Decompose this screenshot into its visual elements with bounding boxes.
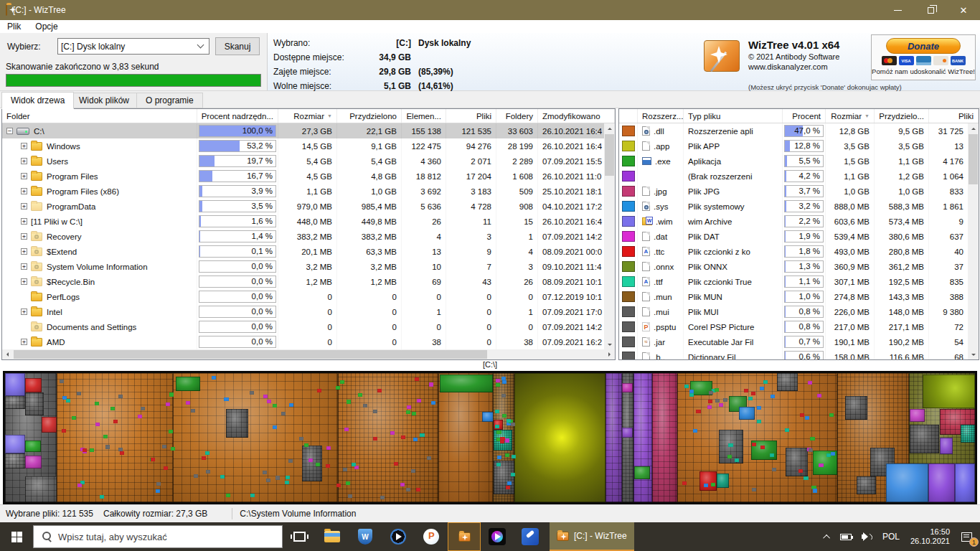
expand-icon[interactable]: + bbox=[21, 248, 27, 255]
tree-row[interactable]: +Program Files (x86)3,9 %1,1 GB1,0 GB3 6… bbox=[2, 184, 606, 199]
menu-plik[interactable]: Plik bbox=[0, 22, 28, 32]
col-ext-alloc[interactable]: Przydzielo... bbox=[875, 109, 929, 123]
ext-row[interactable]: .exeAplikacja5,5 %1,5 GB1,1 GB4 176 bbox=[619, 154, 969, 169]
col-ext[interactable]: Rozszerz... bbox=[638, 109, 684, 123]
tree-row[interactable]: +$Extend0,1 %20,1 MB63,3 MB139408.09.202… bbox=[2, 244, 606, 259]
ext-row[interactable]: .appPlik APP12,8 %3,5 GB3,5 GB13 bbox=[619, 138, 969, 154]
restore-button[interactable] bbox=[914, 0, 947, 20]
tree-row[interactable]: +Windows53,2 %14,5 GB9,1 GB122 47594 276… bbox=[2, 138, 606, 154]
drive-combobox[interactable]: [C:] Dysk lokalny bbox=[57, 38, 209, 55]
tree-row[interactable]: +System Volume Information0,0 %3,2 MB3,2… bbox=[2, 259, 606, 274]
col-folders[interactable]: Foldery bbox=[496, 109, 538, 123]
ext-row[interactable]: .jpgPlik JPG3,7 %1,0 GB1,0 GB833 bbox=[619, 184, 969, 199]
tab-o-programie[interactable]: O programie bbox=[136, 93, 203, 108]
tree-row[interactable]: +Program Files16,7 %4,5 GB4,8 GB18 81217… bbox=[2, 169, 606, 184]
taskbar-search-input[interactable]: Wpisz tutaj, aby wyszukać bbox=[33, 525, 283, 548]
col-modified[interactable]: Zmodyfikowano bbox=[538, 109, 615, 123]
tree-row[interactable]: PerfLogs0,0 %0000007.12.2019 10:1 bbox=[2, 289, 606, 304]
ext-row[interactable]: .wimwim Archive2,2 %603,6 MB573,4 MB9 bbox=[619, 214, 969, 229]
col-items[interactable]: Elemen... bbox=[402, 109, 446, 123]
expand-icon[interactable]: + bbox=[21, 203, 27, 209]
tree-vscroll-thumb[interactable] bbox=[605, 134, 614, 176]
expand-icon[interactable]: + bbox=[21, 143, 27, 149]
treemap-speck bbox=[760, 387, 764, 390]
corel-app-button[interactable] bbox=[415, 522, 448, 551]
website-link[interactable]: www.diskanalyzer.com bbox=[748, 62, 839, 71]
action-center-button[interactable]: 1 bbox=[956, 522, 977, 551]
treemap[interactable] bbox=[3, 371, 977, 504]
col-ext-size[interactable]: Rozmiar▼ bbox=[826, 109, 875, 123]
col-files[interactable]: Pliki bbox=[446, 109, 496, 123]
col-size[interactable]: Rozmiar▼ bbox=[278, 109, 337, 123]
ext-row[interactable]: (Brak rozszerzeni4,2 %1,1 GB1,2 GB1 064 bbox=[619, 169, 969, 184]
tree-row[interactable]: +ProgramData3,5 %979,0 MB985,4 MB5 6364 … bbox=[2, 199, 606, 214]
ext-row[interactable]: ≈.jarExecutable Jar Fil0,7 %190,1 MB190,… bbox=[619, 334, 969, 349]
ext-row[interactable]: A.ttcPlik czcionki z ko1,8 %493,0 MB280,… bbox=[619, 244, 969, 259]
tab-widok-drzewa[interactable]: Widok drzewa bbox=[1, 92, 74, 109]
tree-row[interactable]: +Intel0,0 %0010107.09.2021 17:0 bbox=[2, 304, 606, 319]
treemap-block bbox=[173, 373, 338, 502]
tree-vertical-scrollbar[interactable] bbox=[604, 123, 615, 349]
battery-icon[interactable] bbox=[840, 534, 852, 540]
ext-row[interactable]: .munPlik MUN1,0 %274,8 MB143,3 MB388 bbox=[619, 289, 969, 304]
wiztree-launcher-button[interactable] bbox=[448, 522, 481, 551]
col-percent[interactable]: Procent nadrzędn... bbox=[197, 109, 278, 123]
expand-icon[interactable]: + bbox=[21, 278, 27, 285]
wiztree-window-button[interactable]: [C:] - WizTree bbox=[550, 522, 634, 551]
expand-icon[interactable]: + bbox=[21, 218, 27, 225]
col-folder[interactable]: Folder bbox=[2, 109, 197, 123]
clock[interactable]: 16:50 26.10.2021 bbox=[910, 527, 950, 546]
language-indicator[interactable]: POL bbox=[882, 532, 900, 542]
expand-icon[interactable]: + bbox=[21, 309, 27, 315]
ext-row[interactable]: .muiPlik MUI0,8 %226,0 MB148,0 MB9 380 bbox=[619, 304, 969, 319]
ext-row[interactable]: A.ttfPlik czcionki True1,1 %307,1 MB192,… bbox=[619, 274, 969, 289]
col-alloc[interactable]: Przydzielono bbox=[337, 109, 402, 123]
expand-icon[interactable]: + bbox=[21, 158, 27, 164]
tab-widok-plikow[interactable]: Widok plików bbox=[70, 93, 138, 108]
ext-row[interactable]: .datPlik DAT1,9 %539,4 MB380,6 MB637 bbox=[619, 229, 969, 244]
col-ext-percent[interactable]: Procent bbox=[783, 109, 826, 123]
ext-row[interactable]: .b..Dictionary Fil0,6 %158,0 MB116,6 MB6… bbox=[619, 349, 969, 359]
ext-vertical-scrollbar[interactable] bbox=[968, 123, 979, 359]
minimize-button[interactable] bbox=[881, 0, 914, 20]
donate-button[interactable]: Donate bbox=[886, 38, 961, 54]
tree-row[interactable]: +[11 Pliki w C:\]1,6 %448,0 MB449,8 MB26… bbox=[2, 214, 606, 229]
expand-icon[interactable]: + bbox=[21, 173, 27, 179]
menu-opcje[interactable]: Opcje bbox=[28, 22, 65, 32]
expand-icon[interactable]: + bbox=[21, 188, 27, 194]
ext-row[interactable]: P.psptuCorel PSP Picture0,8 %217,0 MB217… bbox=[619, 319, 969, 334]
col-type[interactable]: Typ pliku bbox=[684, 109, 783, 123]
speaker-icon[interactable] bbox=[862, 532, 872, 541]
tree-row[interactable]: +Recovery1,4 %383,2 MB383,2 MB43107.09.2… bbox=[2, 229, 606, 244]
percent-text: 0,0 % bbox=[252, 277, 273, 286]
ext-vscroll-thumb[interactable] bbox=[969, 134, 978, 184]
task-view-button[interactable] bbox=[283, 522, 316, 551]
shield-app-button[interactable]: W bbox=[349, 522, 382, 551]
rocket-app-button[interactable] bbox=[514, 522, 547, 551]
tree-row[interactable]: Documents and Settings0,0 %0000007.09.20… bbox=[2, 319, 606, 334]
media-player-button[interactable] bbox=[382, 522, 415, 551]
expand-icon[interactable]: + bbox=[21, 339, 27, 345]
ext-name: .wim bbox=[656, 217, 673, 226]
tree-hscroll-thumb[interactable] bbox=[14, 350, 487, 359]
ext-row[interactable]: .dllRozszerzenie apli47,0 %12,8 GB9,5 GB… bbox=[619, 123, 969, 138]
scan-button[interactable]: Skanuj bbox=[215, 37, 260, 55]
tree-row[interactable]: +Users19,7 %5,4 GB5,4 GB4 3602 0712 2890… bbox=[2, 154, 606, 169]
tree-row[interactable]: −C:\100,0 %27,3 GB22,1 GB155 138121 5353… bbox=[2, 123, 606, 138]
collapse-icon[interactable]: − bbox=[6, 128, 13, 134]
ext-row[interactable]: .sysPlik systemowy3,2 %888,0 MB588,3 MB1… bbox=[619, 199, 969, 214]
tree-row[interactable]: +$Recycle.Bin0,0 %1,2 MB1,2 MB69432608.0… bbox=[2, 274, 606, 289]
tree-row[interactable]: +AMD0,0 %003803807.09.2021 16:2 bbox=[2, 334, 606, 349]
file-explorer-button[interactable] bbox=[316, 522, 349, 551]
close-button[interactable]: ✕ bbox=[947, 0, 980, 20]
dj-app-button[interactable] bbox=[481, 522, 514, 551]
tree-horizontal-scrollbar[interactable] bbox=[2, 349, 615, 359]
ext-row[interactable]: .onnxPlik ONNX1,3 %360,9 MB361,2 MB37 bbox=[619, 259, 969, 274]
expand-icon[interactable]: + bbox=[21, 263, 27, 270]
treemap-speck bbox=[496, 430, 501, 434]
col-ext-files[interactable]: Pliki bbox=[929, 109, 979, 123]
expand-icon[interactable]: + bbox=[21, 233, 27, 240]
tray-chevron-up-icon[interactable] bbox=[825, 534, 830, 540]
start-button[interactable] bbox=[0, 522, 33, 551]
treemap-speck bbox=[288, 459, 293, 463]
